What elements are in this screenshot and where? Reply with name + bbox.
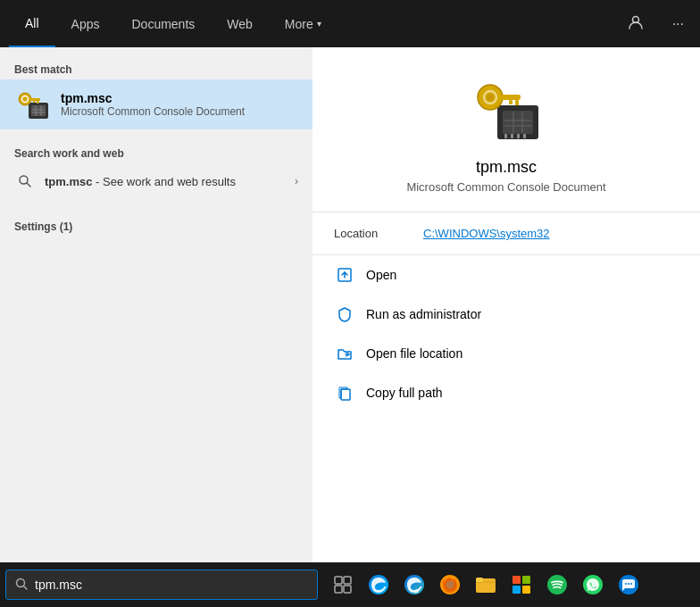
best-match-result[interactable]: tpm.msc Microsoft Common Console Documen…	[0, 79, 312, 129]
search-suffix: - See work and web results	[96, 175, 236, 188]
nav-right-icons: ···	[621, 11, 691, 37]
svg-rect-37	[344, 577, 351, 584]
open-action[interactable]: Open	[312, 255, 700, 295]
best-match-label: Best match	[0, 56, 312, 79]
messages-icon-button[interactable]	[611, 567, 646, 603]
left-panel: Best match	[0, 47, 312, 562]
shield-icon	[334, 304, 355, 325]
copy-full-path-action[interactable]: Copy full path	[312, 373, 700, 412]
whatsapp-icon-button[interactable]	[575, 567, 611, 603]
svg-line-13	[27, 183, 30, 187]
app-detail-header: tpm.msc Microsoft Common Console Documen…	[312, 47, 700, 212]
taskbar-search-bar[interactable]	[5, 570, 318, 600]
settings-section: Settings (1)	[0, 210, 312, 240]
task-view-button[interactable]	[325, 567, 361, 603]
svg-rect-11	[33, 101, 36, 103]
search-work-section: Search work and web tpm.msc - See work a…	[0, 129, 312, 210]
svg-rect-15	[503, 111, 533, 134]
svg-line-35	[24, 586, 28, 589]
run-as-admin-label: Run as administrator	[366, 307, 481, 321]
run-as-admin-action[interactable]: Run as administrator	[312, 295, 700, 334]
taskbar: β	[0, 562, 700, 607]
more-options-button[interactable]: ···	[665, 12, 691, 36]
svg-point-57	[628, 583, 629, 585]
result-text-block: tpm.msc Microsoft Common Console Documen…	[61, 91, 245, 118]
location-value[interactable]: C:\WINDOWS\system32	[423, 227, 550, 240]
svg-rect-50	[522, 576, 530, 584]
tab-all-label: All	[25, 16, 39, 30]
taskbar-search-input[interactable]	[35, 578, 308, 592]
svg-rect-33	[341, 389, 350, 400]
search-icon	[14, 170, 36, 192]
result-app-icon	[14, 87, 50, 122]
app-detail-name: tpm.msc	[476, 158, 537, 177]
tab-more[interactable]: More ▾	[269, 0, 338, 47]
svg-rect-10	[37, 101, 39, 104]
svg-rect-29	[509, 100, 512, 104]
person-icon-button[interactable]	[621, 11, 651, 37]
svg-rect-21	[511, 134, 513, 138]
svg-rect-52	[522, 586, 530, 594]
svg-rect-22	[517, 134, 520, 138]
open-label: Open	[366, 268, 396, 282]
chevron-right-icon: ›	[295, 175, 298, 187]
firefox-icon-button[interactable]	[432, 567, 468, 603]
spotify-icon-button[interactable]	[539, 567, 575, 603]
store-icon-button[interactable]	[504, 567, 539, 603]
settings-label: Settings (1)	[0, 213, 312, 237]
top-navigation: All Apps Documents Web More ▾ ···	[0, 0, 700, 47]
result-title: tpm.msc	[61, 91, 245, 105]
main-content: Best match	[0, 47, 700, 562]
search-work-label: Search work and web	[0, 140, 312, 163]
svg-rect-23	[523, 134, 526, 138]
svg-text:β: β	[415, 588, 419, 594]
app-detail-type: Microsoft Common Console Document	[406, 180, 605, 194]
svg-rect-20	[504, 134, 507, 138]
svg-point-58	[630, 583, 632, 585]
svg-point-56	[625, 583, 627, 585]
svg-rect-28	[515, 100, 519, 105]
svg-rect-38	[335, 586, 342, 593]
search-work-item[interactable]: tpm.msc - See work and web results ›	[0, 163, 312, 199]
app-large-icon	[471, 74, 542, 146]
edge-beta-icon-button[interactable]: β	[396, 567, 432, 603]
tab-web[interactable]: Web	[211, 0, 269, 47]
file-explorer-icon-button[interactable]	[468, 567, 504, 603]
svg-point-26	[487, 94, 494, 101]
tab-all[interactable]: All	[9, 0, 55, 47]
tab-web-label: Web	[227, 17, 253, 31]
tab-apps-label: Apps	[71, 17, 100, 31]
svg-rect-2	[31, 105, 46, 116]
app-detail-body: Location C:\WINDOWS\system32 Open	[312, 212, 700, 412]
search-query: tpm.msc	[45, 175, 92, 188]
open-file-location-action[interactable]: Open file location	[312, 334, 700, 373]
svg-rect-9	[29, 98, 40, 101]
svg-rect-48	[476, 578, 483, 582]
svg-rect-51	[512, 586, 521, 594]
taskbar-search-icon	[15, 578, 28, 593]
tab-documents-label: Documents	[131, 17, 195, 31]
svg-point-7	[19, 93, 31, 105]
svg-rect-39	[344, 586, 351, 593]
svg-rect-27	[501, 95, 521, 100]
right-panel: tpm.msc Microsoft Common Console Documen…	[312, 47, 700, 562]
location-label: Location	[334, 227, 423, 240]
tab-more-label: More	[285, 17, 313, 31]
search-work-text: tpm.msc - See work and web results	[45, 175, 295, 188]
folder-icon	[334, 343, 355, 364]
svg-rect-49	[512, 576, 521, 584]
copy-icon	[334, 382, 355, 403]
svg-rect-36	[335, 577, 342, 584]
location-row: Location C:\WINDOWS\system32	[312, 212, 700, 255]
tab-documents[interactable]: Documents	[115, 0, 211, 47]
open-icon	[334, 264, 355, 286]
chevron-down-icon: ▾	[317, 19, 321, 29]
result-subtitle: Microsoft Common Console Document	[61, 105, 245, 118]
tab-apps[interactable]: Apps	[55, 0, 116, 47]
open-file-location-label: Open file location	[366, 346, 462, 361]
edge-icon-button[interactable]	[361, 567, 396, 603]
copy-full-path-label: Copy full path	[366, 386, 443, 400]
